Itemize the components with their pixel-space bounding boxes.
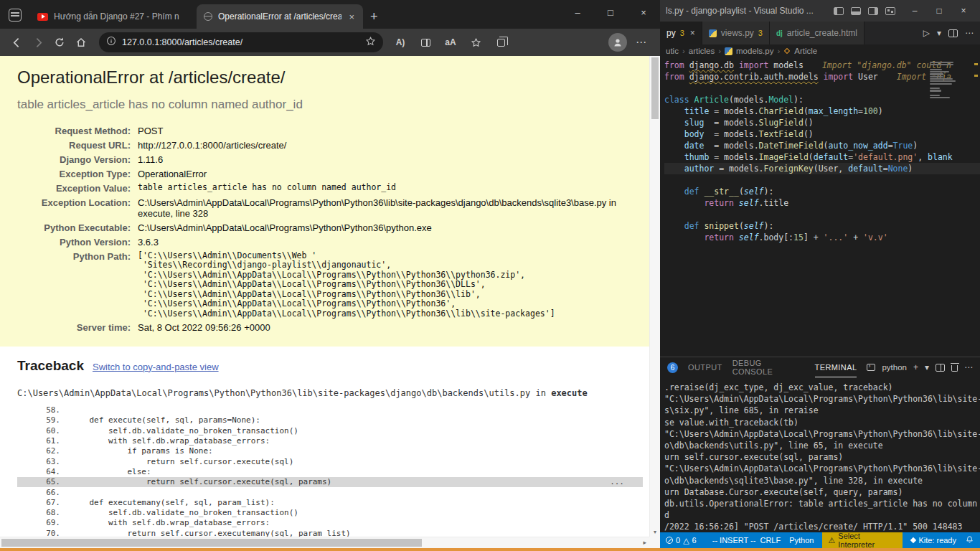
- vscode-close-button[interactable]: ×: [951, 0, 976, 22]
- notifications-bell-icon[interactable]: [965, 535, 974, 546]
- browser-tab-youtube[interactable]: Hướng dẫn Django #27 - Phím n: [30, 4, 197, 29]
- vertical-scrollbar[interactable]: ▾: [649, 56, 660, 537]
- terminal-shell-name[interactable]: python: [882, 363, 907, 372]
- vscode-minimize-button[interactable]: –: [903, 0, 927, 22]
- kite-status[interactable]: Kite: ready: [911, 536, 956, 545]
- run-dropdown-icon[interactable]: ▾: [937, 28, 941, 38]
- url-text[interactable]: 127.0.0.1:8000/articles/create/: [122, 37, 359, 47]
- run-python-file-icon[interactable]: ▷: [923, 28, 930, 38]
- kill-terminal-icon[interactable]: [951, 365, 958, 372]
- vscode-maximize-button[interactable]: □: [927, 0, 951, 22]
- meta-value: Sat, 8 Oct 2022 09:56:26 +0000: [138, 321, 616, 335]
- eol-indicator[interactable]: CRLF: [760, 536, 781, 545]
- address-bar[interactable]: 127.0.0.1:8000/articles/create/: [99, 32, 383, 52]
- problems-count-badge[interactable]: 6: [667, 362, 678, 373]
- new-terminal-icon[interactable]: +: [913, 362, 918, 372]
- terminal-line: o\db\backends\sqlite3\base.py", line 328…: [664, 475, 980, 486]
- warnings-icon: △: [683, 536, 689, 545]
- traceback-line: 62. if params is None:: [17, 446, 643, 456]
- vertical-scrollbar-thumb[interactable]: [651, 57, 659, 119]
- editor-more-actions-icon[interactable]: ⋯: [965, 28, 974, 38]
- toggle-sidebar-icon[interactable]: [834, 7, 844, 15]
- home-button[interactable]: [70, 32, 92, 52]
- terminal-dropdown-icon[interactable]: ▾: [925, 362, 929, 372]
- editor-line: return self.body[:15] + '...' + 'v.v': [664, 232, 980, 243]
- editor-line: return self.title: [664, 197, 980, 209]
- editor-line: body = models.TextField(): [664, 128, 980, 140]
- traceback-heading: Traceback: [17, 358, 84, 374]
- tab-article-create-html[interactable]: dj article_create.html: [770, 22, 864, 44]
- browser-tab-strip: Hướng dẫn Django #27 - Phím n Operationa…: [0, 0, 660, 29]
- favorites-icon[interactable]: [466, 32, 486, 52]
- meta-label: Server time:: [17, 321, 138, 335]
- browser-maximize-button[interactable]: □: [594, 0, 627, 24]
- minimap[interactable]: [930, 62, 970, 100]
- refresh-button[interactable]: [49, 32, 70, 52]
- tab-close-icon[interactable]: ×: [690, 28, 695, 38]
- new-tab-button[interactable]: +: [370, 10, 378, 23]
- split-terminal-icon[interactable]: [936, 364, 945, 372]
- code-editor[interactable]: from django.db import modelsImport "djan…: [660, 57, 980, 357]
- profile-avatar[interactable]: [608, 33, 627, 52]
- editor-line: author = models.ForeignKey(User, default…: [664, 163, 980, 174]
- tab-views-py[interactable]: views.py 3: [702, 22, 770, 44]
- collections-icon[interactable]: [491, 32, 511, 52]
- traceback-code: 58.59. def execute(self, sql, params=Non…: [17, 405, 643, 549]
- horizontal-scrollbar[interactable]: ▸: [0, 537, 649, 548]
- switch-view-link[interactable]: Switch to copy-and-paste view: [93, 362, 219, 372]
- taskbar-edge: [0, 548, 980, 551]
- desktop: Hướng dẫn Django #27 - Phím n Operationa…: [0, 0, 980, 551]
- terminal-output[interactable]: .reraise(dj_exc_type, dj_exc_value, trac…: [660, 377, 980, 532]
- traceback-line: 60. self.db.validate_no_broken_transacti…: [17, 425, 643, 435]
- tab-actions-menu-icon[interactable]: [9, 9, 22, 22]
- browser-tab-title: OperationalError at /articles/crea: [218, 11, 341, 22]
- python-file-icon: [709, 29, 717, 37]
- split-editor-icon[interactable]: [948, 29, 958, 37]
- terminal-shell-icon: [867, 364, 875, 371]
- forward-button[interactable]: [27, 32, 49, 52]
- breadcrumb-item-models-py[interactable]: models.py: [736, 47, 773, 55]
- panel-tab-output[interactable]: OUTPUT: [688, 357, 722, 377]
- back-button[interactable]: [6, 32, 27, 52]
- meta-value: 1.11.6: [138, 152, 616, 166]
- browser-settings-menu-icon[interactable]: ⋯: [627, 36, 654, 49]
- browser-minimize-button[interactable]: –: [561, 0, 594, 24]
- language-mode[interactable]: Python: [789, 536, 814, 545]
- meta-row: Request URL:http://127.0.0.1:8000/articl…: [17, 138, 616, 152]
- panel-more-actions-icon[interactable]: ⋯: [964, 362, 973, 372]
- breadcrumb-item-article-class[interactable]: Article: [794, 47, 817, 55]
- split-screen-icon[interactable]: [415, 32, 435, 52]
- terminal-line: db.utils.OperationalError: table article…: [664, 498, 980, 509]
- breadcrumb-item-articles[interactable]: articles: [689, 47, 715, 55]
- scroll-right-arrow-icon[interactable]: ▸: [643, 539, 646, 546]
- panel-tab-terminal[interactable]: TERMINAL: [815, 357, 857, 377]
- scroll-down-arrow-icon[interactable]: ▾: [650, 529, 660, 535]
- browser-tab-active[interactable]: OperationalError at /articles/crea ×: [197, 4, 363, 29]
- editor-line: def snippet(self):: [664, 220, 980, 232]
- terminal-line: urn self.cursor.execute(sql, params): [664, 451, 980, 463]
- toggle-panel-icon[interactable]: [851, 7, 861, 15]
- tab-models-py[interactable]: py 3 ×: [660, 22, 702, 44]
- meta-row: Exception Type:OperationalError: [17, 166, 616, 181]
- browser-close-button[interactable]: ×: [627, 0, 660, 24]
- select-interpreter-warning[interactable]: ⚠ Select Interpreter: [822, 532, 903, 548]
- meta-value: http://127.0.0.1:8000/articles/create/: [138, 138, 616, 152]
- translate-icon[interactable]: aA: [440, 32, 461, 52]
- read-aloud-icon[interactable]: A): [390, 32, 410, 52]
- vim-mode-indicator: -- INSERT --: [712, 536, 756, 545]
- toggle-secondary-sidebar-icon[interactable]: [868, 7, 878, 15]
- python-file-icon: [725, 47, 732, 55]
- breadcrumb: utic › articles › models.py › Article: [660, 44, 980, 57]
- editor-actions: ▷ ▾ ⋯: [923, 22, 980, 44]
- tab-close-icon[interactable]: ×: [347, 11, 356, 22]
- customize-layout-icon[interactable]: [885, 7, 895, 15]
- panel-tab-debug-console[interactable]: DEBUG CONSOLE: [732, 357, 805, 377]
- breadcrumb-item-folder[interactable]: utic: [666, 47, 679, 55]
- traceback-line: 65. return self.cursor.execute(sql, para…: [17, 477, 643, 487]
- horizontal-scrollbar-thumb[interactable]: [1, 539, 422, 547]
- problems-status[interactable]: 0 △ 6: [666, 536, 697, 545]
- favorite-star-icon[interactable]: [365, 36, 376, 50]
- warning-sign-icon: ⚠: [828, 536, 835, 545]
- site-info-icon[interactable]: [106, 36, 116, 49]
- status-bar: 0 △ 6 -- INSERT -- CRLF Python ⚠ Select …: [660, 532, 980, 548]
